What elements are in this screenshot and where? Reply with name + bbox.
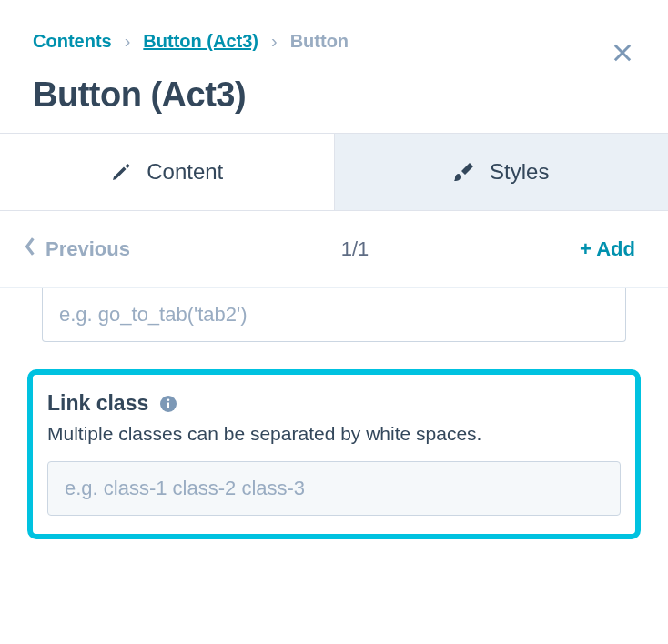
breadcrumb-current: Button — [290, 31, 349, 52]
chevron-left-icon — [24, 236, 36, 262]
close-icon — [610, 53, 635, 68]
tab-content[interactable]: Content — [0, 134, 334, 210]
chevron-right-icon: › — [271, 31, 278, 52]
onclick-field — [42, 288, 626, 342]
item-count: 1/1 — [341, 237, 369, 261]
previous-button[interactable]: Previous — [24, 236, 130, 262]
link-class-label: Link class — [47, 391, 148, 416]
breadcrumb-mid-link[interactable]: Button (Act3) — [143, 31, 258, 52]
link-class-input[interactable] — [47, 461, 621, 516]
onclick-input[interactable] — [42, 288, 626, 342]
pencil-icon — [110, 161, 132, 183]
info-icon[interactable] — [159, 395, 177, 413]
tab-styles-label: Styles — [490, 159, 549, 185]
svg-point-2 — [167, 398, 170, 401]
breadcrumb: Contents › Button (Act3) › Button — [33, 31, 635, 52]
link-class-section: Link class Multiple classes can be separ… — [27, 369, 641, 539]
add-button[interactable]: + Add — [580, 237, 635, 261]
link-class-help: Multiple classes can be separated by whi… — [47, 423, 621, 445]
close-button[interactable] — [610, 40, 635, 69]
page-title: Button (Act3) — [33, 75, 635, 115]
brush-icon — [453, 161, 475, 183]
svg-rect-1 — [167, 402, 169, 408]
item-nav: Previous 1/1 + Add — [0, 211, 668, 287]
breadcrumb-root-link[interactable]: Contents — [33, 31, 112, 52]
tab-content-label: Content — [147, 159, 223, 185]
chevron-right-icon: › — [125, 31, 131, 52]
tab-styles[interactable]: Styles — [334, 134, 669, 210]
tabs: Content Styles — [0, 133, 668, 211]
previous-label: Previous — [46, 237, 130, 261]
